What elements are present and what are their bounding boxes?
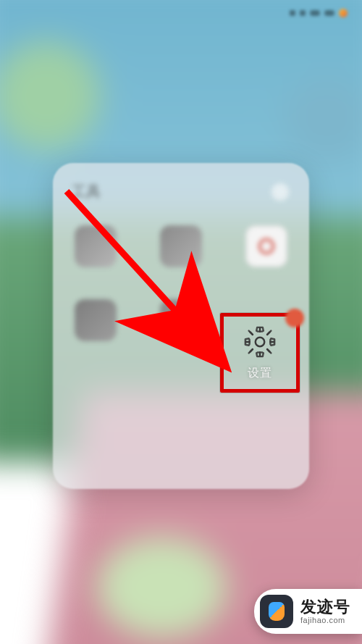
app-2[interactable] (148, 225, 214, 275)
status-icons (290, 9, 348, 17)
app-1[interactable] (63, 225, 128, 275)
app-3-icon (245, 225, 287, 267)
notification-badge-icon (285, 309, 304, 327)
app-4-icon (75, 299, 117, 341)
folder-menu-icon[interactable] (272, 183, 289, 201)
app-1-icon (75, 225, 117, 267)
app-2-icon (160, 225, 202, 267)
watermark-logo-icon (260, 595, 293, 628)
app-5[interactable] (148, 299, 214, 348)
gear-icon (243, 325, 277, 359)
app-settings-label: 设置 (248, 366, 272, 381)
watermark-badge: 发迹号 fajihao.com (254, 589, 362, 634)
watermark-subtitle: fajihao.com (300, 616, 350, 624)
app-3[interactable] (234, 225, 299, 275)
status-bar (0, 4, 362, 22)
svg-point-0 (256, 337, 264, 346)
app-5-icon (160, 299, 202, 341)
app-settings[interactable]: 设置 (220, 313, 300, 393)
folder-title: 工具 (72, 182, 101, 201)
app-4[interactable] (63, 299, 128, 348)
watermark-title: 发迹号 (300, 598, 350, 616)
